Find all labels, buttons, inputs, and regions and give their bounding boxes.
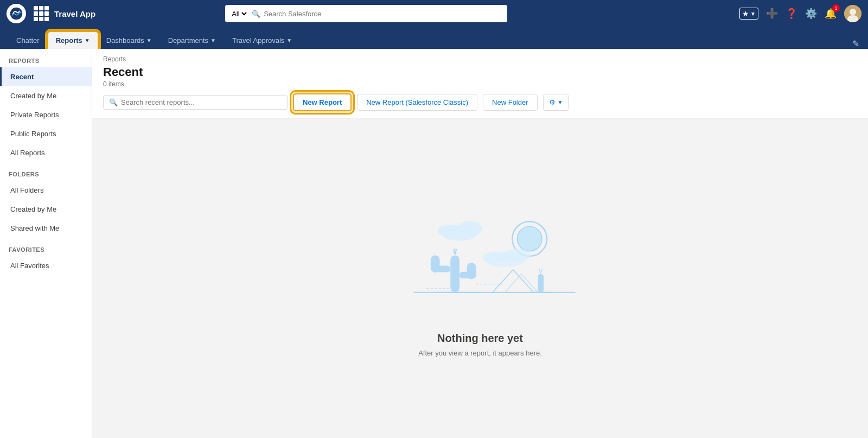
- svg-point-2: [850, 9, 856, 15]
- app-grid-icon[interactable]: [34, 6, 49, 21]
- sidebar-item-created-by-me[interactable]: Created by Me: [0, 86, 92, 105]
- sidebar-label-private-reports: Private Reports: [10, 111, 59, 119]
- empty-state-subtitle: After you view a report, it appears here…: [418, 349, 542, 357]
- nav-item-travel-approvals[interactable]: Travel Approvals ▼: [225, 32, 299, 49]
- sidebar-label-recent: Recent: [10, 73, 34, 81]
- sidebar-item-folders-created-by-me[interactable]: Created by Me: [0, 200, 92, 219]
- breadcrumb: Reports: [103, 55, 857, 63]
- sidebar-label-all-reports: All Reports: [10, 149, 45, 157]
- app-logo: [7, 4, 26, 23]
- sidebar-label-all-folders: All Folders: [10, 186, 43, 194]
- sidebar-item-private-reports[interactable]: Private Reports: [0, 105, 92, 124]
- favorites-button[interactable]: ★ ▼: [739, 8, 758, 20]
- svg-point-8: [457, 221, 482, 236]
- new-folder-label: New Folder: [492, 98, 528, 106]
- sidebar-label-shared-with-me: Shared with Me: [10, 224, 59, 232]
- settings-dropdown-button[interactable]: ⚙ ▼: [543, 94, 569, 111]
- sidebar-item-all-favorites[interactable]: All Favorites: [0, 256, 92, 275]
- nav-item-chatter[interactable]: Chatter: [9, 32, 47, 49]
- travel-approvals-chevron-icon: ▼: [286, 37, 292, 43]
- svg-point-12: [483, 251, 506, 263]
- nav-label-reports: Reports: [56, 36, 82, 45]
- sidebar-item-public-reports[interactable]: Public Reports: [0, 124, 92, 143]
- nav-label-chatter: Chatter: [16, 36, 40, 45]
- notification-badge: 1: [832, 4, 840, 12]
- nav-item-departments[interactable]: Departments ▼: [161, 32, 224, 49]
- global-search-input[interactable]: [264, 10, 503, 18]
- new-report-label: New Report: [303, 98, 342, 106]
- nav-label-travel-approvals: Travel Approvals: [232, 36, 284, 45]
- sidebar: REPORTS Recent Created by Me Private Rep…: [0, 49, 92, 438]
- main-content: Reports Recent 0 items 🔍 New Report New …: [92, 49, 868, 438]
- notifications-button[interactable]: 🔔 1: [825, 8, 837, 20]
- nav-item-reports[interactable]: Reports ▼: [48, 32, 98, 49]
- empty-state-title: Nothing here yet: [437, 332, 523, 345]
- folders-section-header: FOLDERS: [0, 162, 92, 181]
- top-nav-right: ★ ▼ ➕ ❓ ⚙️ 🔔 1: [739, 5, 861, 22]
- sidebar-item-recent[interactable]: Recent: [0, 67, 92, 86]
- page-title: Recent: [103, 65, 857, 79]
- sidebar-label-all-favorites: All Favorites: [10, 262, 49, 270]
- nav-label-dashboards: Dashboards: [106, 36, 144, 45]
- dashboards-chevron-icon: ▼: [146, 37, 152, 43]
- app-nav: Chatter Reports ▼ Dashboards ▼ Departmen…: [0, 27, 868, 49]
- svg-point-11: [504, 249, 531, 262]
- settings-button[interactable]: ⚙️: [805, 8, 817, 20]
- global-search-bar: All 🔍: [225, 5, 507, 22]
- sidebar-label-folders-created-by-me: Created by Me: [10, 205, 56, 213]
- svg-point-6: [517, 226, 542, 251]
- reports-search-input[interactable]: [121, 98, 282, 106]
- reports-search-bar: 🔍: [103, 95, 288, 110]
- new-report-classic-button[interactable]: New Report (Salesforce Classic): [357, 94, 477, 111]
- svg-rect-22: [538, 274, 544, 292]
- reports-chevron-icon: ▼: [85, 37, 90, 43]
- star-icon: ★: [742, 9, 749, 18]
- new-folder-button[interactable]: New Folder: [483, 94, 537, 111]
- svg-point-9: [438, 224, 461, 237]
- nav-label-departments: Departments: [168, 36, 208, 45]
- favorites-section-header: FAVORITES: [0, 238, 92, 256]
- new-report-button[interactable]: New Report: [293, 93, 352, 111]
- reports-section-header: REPORTS: [0, 49, 92, 67]
- sidebar-label-public-reports: Public Reports: [10, 130, 56, 138]
- svg-rect-14: [450, 255, 459, 292]
- empty-state: Nothing here yet After you view a report…: [92, 118, 868, 438]
- content-header: Reports Recent 0 items 🔍 New Report New …: [92, 49, 868, 118]
- search-icon: 🔍: [252, 10, 260, 18]
- svg-point-0: [10, 8, 23, 20]
- sidebar-item-all-folders[interactable]: All Folders: [0, 181, 92, 200]
- nav-item-dashboards[interactable]: Dashboards ▼: [99, 32, 159, 49]
- gear-icon: ⚙: [549, 98, 556, 106]
- star-dropdown-icon: ▼: [750, 11, 756, 17]
- app-name: Travel App: [54, 9, 95, 18]
- top-nav: Travel App All 🔍 ★ ▼ ➕ ❓ ⚙️ 🔔 1: [0, 0, 868, 27]
- empty-state-illustration: [377, 200, 583, 319]
- departments-chevron-icon: ▼: [210, 37, 216, 43]
- item-count: 0 items: [103, 80, 857, 88]
- search-scope-select[interactable]: All: [229, 9, 248, 18]
- svg-rect-16: [431, 255, 440, 272]
- main-layout: REPORTS Recent Created by Me Private Rep…: [0, 49, 868, 438]
- nav-edit-icon[interactable]: ✎: [852, 39, 859, 49]
- sidebar-item-all-reports[interactable]: All Reports: [0, 143, 92, 162]
- svg-rect-18: [467, 263, 476, 279]
- settings-chevron-icon: ▼: [558, 99, 563, 105]
- add-button[interactable]: ➕: [766, 8, 778, 20]
- sidebar-label-created-by-me: Created by Me: [10, 92, 56, 100]
- help-button[interactable]: ❓: [786, 8, 797, 20]
- svg-rect-4: [377, 201, 583, 317]
- search-reports-icon: 🔍: [109, 98, 118, 106]
- toolbar: 🔍 New Report New Report (Salesforce Clas…: [103, 93, 857, 111]
- user-avatar[interactable]: [844, 5, 861, 22]
- sidebar-item-shared-with-me[interactable]: Shared with Me: [0, 219, 92, 238]
- new-report-classic-label: New Report (Salesforce Classic): [366, 98, 468, 106]
